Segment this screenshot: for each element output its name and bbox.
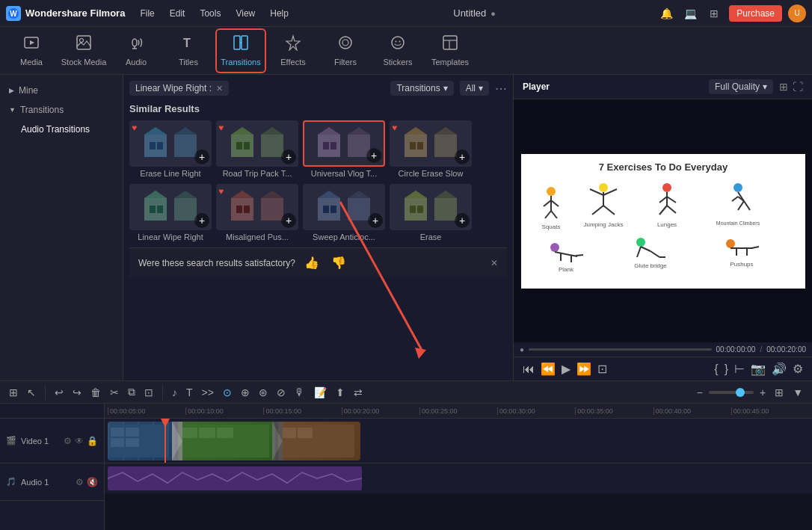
- captions-button[interactable]: 📝: [311, 385, 330, 400]
- menu-file[interactable]: File: [137, 5, 157, 22]
- step-forward-button[interactable]: ⏩: [576, 362, 591, 376]
- player-tab[interactable]: Player: [523, 81, 550, 92]
- thumbs-up-button[interactable]: 👍: [301, 254, 322, 271]
- toolbar-item-transitions[interactable]: Transitions: [215, 28, 266, 73]
- crop-button[interactable]: ⊡: [141, 385, 156, 400]
- audio-clip-1[interactable]: [108, 466, 362, 490]
- toolbar-item-stickers[interactable]: Stickers: [372, 28, 423, 73]
- zoom-out-button[interactable]: −: [694, 385, 706, 400]
- toolbar-item-effects[interactable]: Effects: [268, 28, 319, 73]
- transition-tl-button[interactable]: ⇄: [351, 385, 366, 400]
- more-tl-button[interactable]: >>: [199, 385, 217, 400]
- grid-item-7[interactable]: + Erase: [390, 184, 472, 241]
- zoom-slider[interactable]: [709, 391, 754, 394]
- toolbar-item-audio[interactable]: Audio: [111, 28, 162, 73]
- zoom-in-button[interactable]: +: [757, 385, 769, 400]
- cut-button[interactable]: ✂: [107, 385, 122, 400]
- undo-button[interactable]: ↩: [52, 385, 67, 400]
- overlay-button[interactable]: ⊕: [238, 385, 253, 400]
- toolbar-item-titles[interactable]: T Titles: [163, 28, 214, 73]
- toolbar-separator-1: [45, 385, 46, 400]
- filter-all-arrow: ▾: [479, 83, 483, 93]
- speed-button[interactable]: ⊛: [256, 385, 271, 400]
- grid-view-icon[interactable]: ⊞: [779, 81, 788, 93]
- grid-item-4[interactable]: + Linear Wipe Right: [129, 184, 212, 241]
- user-avatar[interactable]: U: [788, 4, 806, 22]
- add-icon-1[interactable]: +: [281, 150, 296, 164]
- toolbar-item-media[interactable]: Media: [6, 28, 57, 73]
- split-button[interactable]: ⊢: [734, 362, 745, 376]
- menu-help[interactable]: Help: [267, 5, 292, 22]
- mark-in-button[interactable]: {: [714, 363, 718, 376]
- toolbar-item-stock-media[interactable]: Stock Media: [58, 28, 109, 73]
- menu-tools[interactable]: Tools: [197, 5, 224, 22]
- add-icon-6[interactable]: +: [368, 213, 383, 228]
- record-button[interactable]: ⊙: [220, 385, 235, 400]
- add-icon-3[interactable]: +: [455, 150, 470, 164]
- loop-button[interactable]: ⊡: [597, 362, 607, 376]
- purchase-button[interactable]: Purchase: [729, 5, 782, 22]
- audio-track-mute-icon[interactable]: 🔇: [87, 477, 98, 487]
- audio-track-button[interactable]: 🎙: [292, 385, 308, 400]
- add-icon-2[interactable]: +: [366, 148, 381, 163]
- menu-view[interactable]: View: [233, 5, 258, 22]
- step-back-button[interactable]: ⏪: [541, 362, 556, 376]
- play-button[interactable]: ▶: [562, 362, 570, 376]
- panel-button[interactable]: ▼: [790, 385, 806, 400]
- search-badge-close[interactable]: ✕: [216, 84, 223, 93]
- settings-button[interactable]: ⚙: [793, 362, 803, 376]
- video-track-settings-icon[interactable]: ⚙: [64, 436, 72, 446]
- screen-icon[interactable]: 💻: [681, 4, 699, 22]
- video-track-eye-icon[interactable]: 👁: [75, 436, 84, 446]
- grid-item-1[interactable]: ♥ + Road Trip Pack T...: [216, 120, 298, 178]
- snapshot-button[interactable]: 📷: [751, 362, 766, 376]
- add-icon-0[interactable]: +: [194, 150, 209, 164]
- delete-button[interactable]: 🗑: [87, 385, 104, 400]
- sidebar-item-audio-transitions[interactable]: Audio Transitions: [0, 120, 123, 139]
- video-track-lock-icon[interactable]: 🔒: [87, 436, 98, 446]
- transition-marker-2[interactable]: [272, 422, 283, 460]
- quality-dropdown[interactable]: Full Quality ▾: [709, 79, 773, 94]
- add-icon-5[interactable]: +: [281, 213, 296, 228]
- progress-bar[interactable]: [529, 348, 712, 351]
- add-icon-4[interactable]: +: [194, 213, 209, 228]
- sidebar-section-transitions[interactable]: ▼ Transitions: [0, 100, 123, 120]
- layout-button[interactable]: ⊞: [772, 385, 787, 400]
- more-options-button[interactable]: ⋯: [495, 81, 507, 96]
- transitions-filter-dropdown[interactable]: Transitions ▾: [390, 81, 453, 96]
- menu-edit[interactable]: Edit: [167, 5, 188, 22]
- video-clip-3[interactable]: [278, 422, 360, 460]
- playhead[interactable]: [164, 419, 166, 463]
- grid-item-0[interactable]: ♥ + Erase Line Right: [129, 120, 212, 178]
- pointer-button[interactable]: ↖: [24, 385, 39, 400]
- text-button[interactable]: T: [183, 385, 196, 400]
- toolbar-item-filters[interactable]: Filters: [320, 28, 371, 73]
- grid-item-5[interactable]: ♥ + Misaligned Pus...: [216, 184, 298, 241]
- snap-icon-button[interactable]: ⊞: [6, 385, 21, 400]
- go-start-button[interactable]: ⏮: [523, 363, 535, 376]
- transition-marker-1[interactable]: [172, 422, 182, 460]
- mask-button[interactable]: ⊘: [274, 385, 289, 400]
- grid-item-3[interactable]: ♥ + Circle Erase Slow: [390, 120, 472, 178]
- add-icon-7[interactable]: +: [455, 213, 470, 228]
- zoom-handle[interactable]: [736, 388, 745, 397]
- thumbs-down-button[interactable]: 👎: [328, 254, 349, 271]
- copy-button[interactable]: ⧉: [125, 384, 138, 400]
- notification-icon[interactable]: 🔔: [657, 4, 675, 22]
- sidebar-section-mine[interactable]: ▶ Mine: [0, 81, 123, 100]
- svg-text:T: T: [183, 37, 191, 49]
- redo-button[interactable]: ↪: [70, 385, 84, 400]
- export-button[interactable]: ⬆: [333, 385, 348, 400]
- toolbar-item-templates[interactable]: Templates: [425, 28, 476, 73]
- mark-out-button[interactable]: }: [725, 363, 728, 376]
- satisfaction-close-button[interactable]: ✕: [490, 258, 498, 268]
- filter-all-dropdown[interactable]: All ▾: [460, 81, 489, 96]
- video-clip-2[interactable]: [178, 422, 275, 460]
- fullscreen-icon[interactable]: ⛶: [793, 81, 803, 93]
- grid-item-6[interactable]: + Sweep Anticloc...: [303, 184, 385, 241]
- grid-icon[interactable]: ⊞: [705, 4, 723, 22]
- music-button[interactable]: ♪: [169, 385, 180, 400]
- audio-button[interactable]: 🔊: [772, 362, 787, 376]
- grid-item-2[interactable]: + Universal Vlog T...: [303, 120, 385, 178]
- audio-track-settings-icon[interactable]: ⚙: [76, 477, 84, 487]
